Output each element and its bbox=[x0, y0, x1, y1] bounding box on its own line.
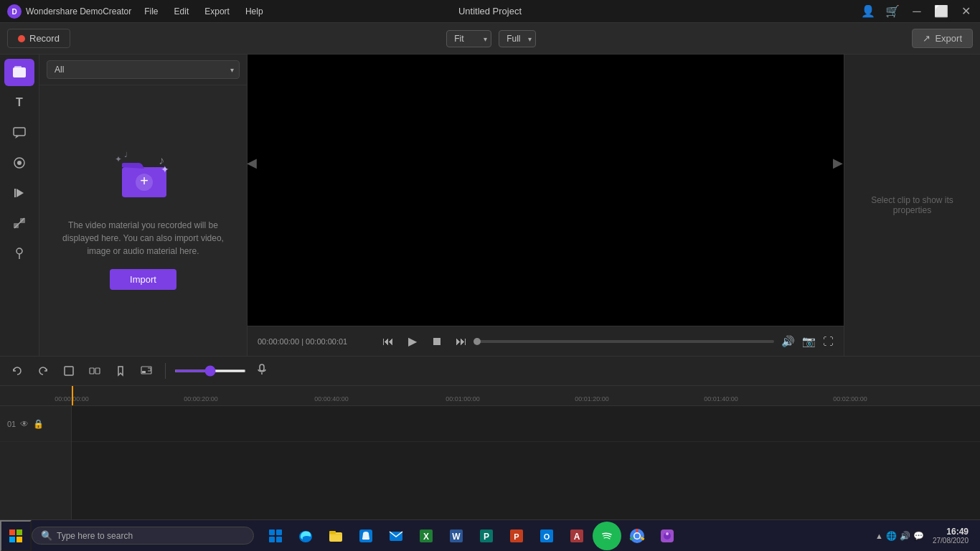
svg-text:♩: ♩ bbox=[124, 151, 128, 159]
quality-select[interactable]: Full HD 4K bbox=[499, 30, 536, 47]
ruler-mark-4: 00:01:20:00 bbox=[575, 395, 609, 402]
svg-point-57 bbox=[635, 533, 640, 538]
minimize-btn[interactable]: ─ bbox=[910, 5, 924, 18]
timeline-toolbar bbox=[0, 356, 980, 386]
svg-rect-32 bbox=[269, 529, 275, 535]
taskbar-explorer[interactable] bbox=[321, 522, 350, 550]
export-icon: ↗ bbox=[923, 33, 930, 44]
export-button[interactable]: ↗ Export bbox=[912, 29, 973, 48]
taskbar-macos[interactable] bbox=[653, 522, 682, 550]
mic-btn[interactable] bbox=[256, 364, 268, 378]
bookmark-btn[interactable] bbox=[110, 361, 131, 381]
taskbar-powerpoint[interactable]: P bbox=[502, 522, 531, 550]
ruler-mark-3: 00:01:00:00 bbox=[446, 395, 480, 402]
maximize-btn[interactable]: ⬜ bbox=[934, 4, 948, 18]
sidebar-icon-annotation[interactable] bbox=[4, 119, 34, 146]
svg-rect-40 bbox=[362, 538, 369, 540]
tray-volume-icon[interactable]: 🔊 bbox=[900, 531, 910, 541]
account-icon[interactable]: 👤 bbox=[861, 4, 875, 18]
pip-btn[interactable] bbox=[136, 361, 156, 381]
taskbar-publisher[interactable]: P bbox=[472, 522, 501, 550]
sidebar-icon-effect[interactable] bbox=[4, 149, 34, 176]
svg-rect-10 bbox=[14, 223, 19, 228]
taskbar-mail[interactable] bbox=[382, 522, 410, 550]
search-bar[interactable]: 🔍 Type here to search bbox=[32, 527, 254, 545]
preview-right-arrow[interactable]: ▶ bbox=[833, 155, 843, 171]
taskbar-word[interactable]: W bbox=[442, 522, 471, 550]
properties-hint: Select clip to show its properties bbox=[859, 195, 966, 215]
tray-network-icon[interactable]: 🌐 bbox=[886, 531, 897, 541]
app-logo: D bbox=[7, 4, 22, 19]
sidebar-icon-capture[interactable] bbox=[4, 179, 34, 207]
stop-btn[interactable]: ⏹ bbox=[428, 335, 446, 348]
record-dot bbox=[18, 35, 25, 42]
start-button[interactable] bbox=[0, 520, 32, 552]
timeline-tracks[interactable] bbox=[72, 406, 980, 522]
menu-help[interactable]: Help bbox=[242, 5, 266, 18]
sidebar-icon-media[interactable] bbox=[4, 59, 34, 86]
ruler-mark-2: 00:00:40:00 bbox=[314, 395, 349, 402]
sidebar-icon-transition[interactable] bbox=[4, 209, 34, 237]
preview-left-arrow[interactable]: ◀ bbox=[247, 155, 257, 171]
menu-file[interactable]: File bbox=[141, 5, 161, 18]
taskbar-excel[interactable]: X bbox=[412, 522, 440, 550]
clock-time: 16:49 bbox=[933, 527, 969, 537]
menu-export[interactable]: Export bbox=[202, 5, 232, 18]
volume-btn[interactable]: 🔊 bbox=[781, 335, 795, 348]
sidebar-icons: T bbox=[0, 55, 39, 356]
window-title: Untitled Project bbox=[458, 6, 522, 17]
trim-btn[interactable] bbox=[59, 361, 79, 381]
search-icon: 🔍 bbox=[41, 530, 52, 541]
properties-panel: Select clip to show its properties bbox=[844, 55, 980, 356]
tray-up-icon[interactable]: ▲ bbox=[875, 532, 883, 540]
preview-controls: 00:00:00:00 | 00:00:00:01 ⏮ ▶ ⏹ ⏭ 🔊 📷 ⛶ bbox=[248, 326, 844, 356]
svg-rect-21 bbox=[65, 367, 73, 375]
taskbar-chrome[interactable] bbox=[623, 522, 651, 550]
screenshot-btn[interactable]: 📷 bbox=[802, 335, 816, 348]
play-btn[interactable]: ▶ bbox=[404, 334, 421, 348]
svg-rect-23 bbox=[95, 368, 100, 374]
taskbar-edge[interactable] bbox=[291, 522, 320, 550]
taskbar-outlook[interactable]: O bbox=[532, 522, 561, 550]
app-name: Wondershare DemoCreator bbox=[26, 6, 131, 17]
taskbar-access[interactable]: A bbox=[562, 522, 591, 550]
zoom-slider[interactable] bbox=[174, 369, 246, 372]
main-area: T bbox=[0, 55, 980, 356]
timeline-area: 00:00:00:00 00:00:20:00 00:00:40:00 00:0… bbox=[0, 386, 980, 522]
svg-rect-25 bbox=[142, 371, 146, 373]
time-display: 00:00:00:00 | 00:00:00:01 bbox=[258, 337, 372, 346]
fit-select[interactable]: Fit 50% 75% 100% bbox=[446, 30, 491, 47]
taskbar-taskview[interactable] bbox=[261, 522, 290, 550]
ruler-mark-1: 00:00:20:00 bbox=[184, 395, 218, 402]
svg-text:P: P bbox=[484, 532, 489, 542]
record-button[interactable]: Record bbox=[7, 29, 70, 48]
progress-bar[interactable] bbox=[477, 340, 774, 343]
timeline-ruler: 00:00:00:00 00:00:20:00 00:00:40:00 00:0… bbox=[0, 386, 980, 406]
skip-back-btn[interactable]: ⏮ bbox=[380, 335, 397, 348]
tray-notif-icon[interactable]: 💬 bbox=[913, 531, 924, 541]
undo-btn[interactable] bbox=[7, 361, 27, 381]
svg-point-54 bbox=[600, 529, 614, 543]
skip-forward-btn[interactable]: ⏭ bbox=[453, 335, 470, 348]
svg-text:✦: ✦ bbox=[161, 164, 169, 175]
fullscreen-btn[interactable]: ⛶ bbox=[823, 335, 834, 347]
svg-text:P: P bbox=[514, 532, 519, 541]
quality-select-wrapper: Full HD 4K bbox=[499, 30, 536, 47]
taskbar-spotify[interactable] bbox=[593, 522, 621, 550]
title-bar: D Wondershare DemoCreator File Edit Expo… bbox=[0, 0, 980, 23]
search-text: Type here to search bbox=[57, 531, 133, 541]
taskbar-apps: X W P P O bbox=[261, 522, 682, 550]
clock[interactable]: 16:49 27/08/2020 bbox=[928, 527, 973, 545]
tl-divider bbox=[165, 363, 166, 379]
import-button[interactable]: Import bbox=[110, 269, 176, 290]
redo-btn[interactable] bbox=[33, 361, 53, 381]
sidebar-icon-text[interactable]: T bbox=[4, 89, 34, 116]
sidebar-icon-pin[interactable] bbox=[4, 240, 34, 267]
close-btn[interactable]: ✕ bbox=[958, 4, 973, 18]
taskbar-store[interactable] bbox=[352, 522, 380, 550]
filter-select[interactable]: All Video Audio Image bbox=[47, 60, 240, 79]
cart-icon[interactable]: 🛒 bbox=[885, 4, 900, 18]
preview-video bbox=[248, 55, 844, 326]
menu-edit[interactable]: Edit bbox=[171, 5, 192, 18]
split-btn[interactable] bbox=[85, 361, 105, 381]
